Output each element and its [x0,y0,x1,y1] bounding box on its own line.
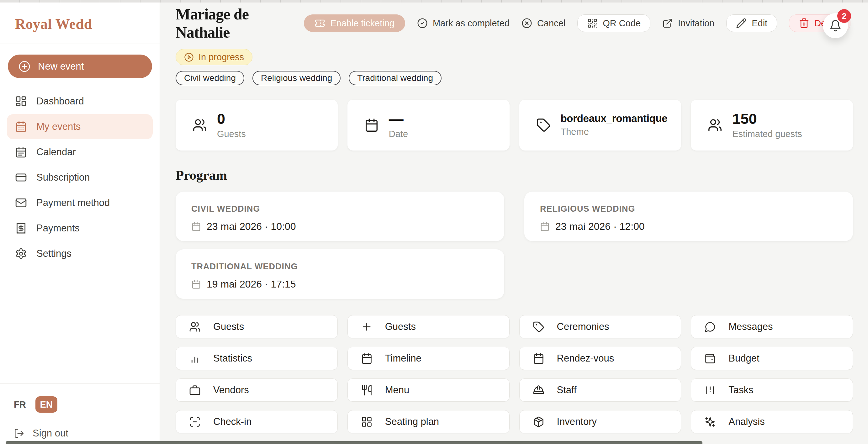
chat-icon [704,321,716,333]
tag-icon [533,321,545,333]
sidebar-item-label: Payment method [36,197,110,209]
program-card-datetime: 19 mai 2026 · 17:15 [207,279,296,290]
sidebar-item[interactable]: Payments [7,216,153,241]
quick-action-button[interactable]: Vendors [176,378,338,402]
header-action-button[interactable]: Edit [726,14,777,32]
dock-hint-strip [6,441,703,444]
tasks-icon [704,384,716,396]
header-action-button[interactable]: QR Code [577,14,650,32]
program-heading: Program [176,167,853,183]
quick-action-label: Tasks [728,384,753,396]
quick-action-button[interactable]: Inventory [519,410,681,433]
briefcase-icon [189,384,201,396]
program-card-date-row: 19 mai 2026 · 17:15 [191,279,489,290]
event-tags: Civil weddingReligious weddingTraditiona… [176,71,853,85]
sign-out-button[interactable]: Sign out [14,428,68,439]
quick-action-label: Messages [728,321,773,332]
calendar-icon [533,353,545,364]
program-card-title: CIVIL WEDDING [191,204,489,214]
program-card-title: TRADITIONAL WEDDING [191,262,489,272]
stat-value: — [389,111,408,126]
calendar-icon [540,222,550,231]
stat-text: bordeaux_romantique Theme [561,113,668,137]
quick-action-button[interactable]: Guests [176,315,338,338]
sidebar-item-label: Subscription [36,172,90,183]
sparkles-icon [704,416,716,428]
calendar-icon [191,279,201,289]
quick-action-label: Ceremonies [557,321,609,332]
plus-icon [361,321,373,333]
header-action-label: Mark as completed [433,18,509,29]
calendar-icon [191,222,201,231]
new-event-label: New event [38,61,84,72]
quick-action-button[interactable]: Staff [519,378,681,402]
header-action-button[interactable]: Cancel [522,14,565,32]
quick-action-button[interactable]: Timeline [347,347,509,370]
sidebar-footer: FR EN Sign out [0,383,160,439]
quick-action-button[interactable]: Check-in [176,410,338,433]
quick-action-button[interactable]: Guests [347,315,509,338]
header-action-button[interactable]: Invitation [662,14,714,32]
package-icon [533,416,545,428]
new-event-button[interactable]: New event [8,55,152,78]
stat-label: Date [389,129,408,139]
tag-icon [536,118,551,132]
quick-action-button[interactable]: Ceremonies [519,315,681,338]
quick-action-button[interactable]: Menu [347,378,509,402]
users-icon [708,118,722,132]
quick-action-label: Guests [385,321,416,332]
language-switcher: FR EN [14,397,160,413]
sidebar-item-label: My events [36,121,81,132]
status-badge: In progress [176,49,252,65]
language-fr-button[interactable]: FR [14,400,26,410]
program-card: CIVIL WEDDING 23 mai 2026 · 10:00 [176,192,504,241]
quick-action-button[interactable]: Statistics [176,347,338,370]
dashboard-icon [15,95,27,107]
program-card-date-row: 23 mai 2026 · 12:00 [540,221,837,232]
stat-card: 150 Estimated guests [691,100,853,151]
stat-text: 0 Guests [217,111,246,139]
sidebar-item[interactable]: Subscription [7,165,153,190]
logout-icon [14,428,25,439]
program-card: TRADITIONAL WEDDING 19 mai 2026 · 17:15 [176,249,504,299]
ticket-icon [314,18,325,29]
sidebar-item[interactable]: Payment method [7,190,153,215]
sidebar-item-label: Calendar [36,147,76,158]
quick-action-button[interactable]: Rendez-vous [519,347,681,370]
check-circle-icon [417,18,428,29]
stat-label: Theme [561,127,668,137]
wallet-icon [704,353,716,364]
sidebar-item[interactable]: My events [7,114,153,139]
sign-out-label: Sign out [33,428,68,439]
header-action-label: Cancel [537,18,565,29]
quick-action-button[interactable]: Budget [691,347,853,370]
hard-hat-icon [533,384,545,396]
calendar-lines-icon [15,146,27,158]
browser-edge-strip [0,0,868,2]
users-icon [192,118,207,132]
sidebar-item[interactable]: Calendar [7,139,153,165]
quick-action-button[interactable]: Analysis [691,410,853,433]
quick-action-button[interactable]: Messages [691,315,853,338]
quick-action-button[interactable]: Tasks [691,378,853,402]
sidebar-item-label: Dashboard [36,96,84,107]
app-logo: Royal Wedd [0,2,160,44]
stat-label: Guests [217,129,246,139]
stat-card: bordeaux_romantique Theme [519,100,681,151]
stat-label: Estimated guests [732,129,802,139]
grid-icon [361,416,373,428]
qr-code-icon [587,18,598,29]
header-action-button[interactable]: Enable ticketing [304,14,405,32]
x-circle-icon [522,18,532,29]
sidebar-item[interactable]: Settings [7,241,153,266]
quick-action-button[interactable]: Seating plan [347,410,509,433]
header-action-button[interactable]: Mark as completed [417,14,509,32]
bar-chart-icon [189,353,201,364]
notifications-button[interactable]: 2 [823,13,848,38]
event-tag: Traditional wedding [349,71,441,85]
sidebar-item[interactable]: Dashboard [7,89,153,114]
status-badge-label: In progress [198,52,244,62]
language-en-button[interactable]: EN [35,397,57,413]
stat-value: bordeaux_romantique [561,113,668,124]
stat-card: — Date [347,100,509,151]
